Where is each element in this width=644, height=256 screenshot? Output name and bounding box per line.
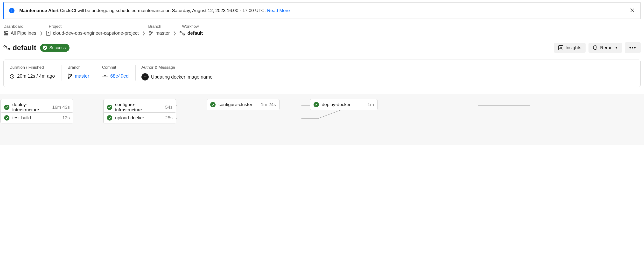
breadcrumb-label-dashboard: Dashboard [4, 24, 49, 29]
more-icon: ••• [629, 45, 636, 51]
svg-rect-14 [560, 48, 560, 49]
chevron-right-icon: ❯ [141, 31, 146, 35]
svg-rect-4 [46, 31, 50, 35]
summary-branch: Branch master [68, 65, 96, 80]
alert-text: Maintenance Alert CircleCI will be under… [19, 8, 629, 13]
summary-commit-value[interactable]: 68e49ed [110, 73, 129, 79]
rerun-button[interactable]: Rerun ▼ [588, 43, 622, 53]
info-icon: i [9, 8, 14, 13]
breadcrumb-project[interactable]: cloud-dev-ops-engineer-capstone-project [46, 30, 139, 36]
svg-rect-3 [5, 33, 8, 35]
status-label: Success [49, 45, 66, 50]
svg-point-10 [4, 45, 6, 47]
svg-rect-15 [560, 47, 561, 49]
svg-rect-2 [4, 33, 5, 35]
workflow-name: default [12, 44, 36, 52]
bar-chart-icon [558, 45, 563, 50]
page-title: default [4, 44, 36, 52]
breadcrumb-pipelines[interactable]: All Pipelines [4, 30, 36, 36]
breadcrumb-pipelines-label: All Pipelines [10, 30, 36, 36]
summary-author: Author & Message Updating docker image n… [142, 65, 220, 80]
chevron-right-icon: ❯ [38, 31, 44, 35]
check-circle-icon [314, 102, 319, 107]
check-circle-icon [107, 115, 112, 121]
job-name: configure-infrastructure [115, 102, 160, 113]
svg-point-20 [71, 74, 72, 75]
svg-point-9 [183, 34, 185, 35]
job-duration: 16m 43s [52, 105, 70, 110]
job-duration: 1m 24s [261, 102, 276, 107]
job-name: test-build [12, 115, 57, 121]
summary-author-message: Updating docker image name [151, 74, 213, 80]
breadcrumb-label-branch: Branch [148, 24, 182, 29]
breadcrumb-labels: Dashboard Project Branch Workflow [0, 24, 644, 29]
job-test-build[interactable]: test-build 13s [0, 112, 74, 123]
svg-rect-0 [4, 31, 6, 33]
svg-point-6 [149, 34, 150, 35]
job-duration: 13s [62, 115, 70, 121]
status-badge: Success [40, 44, 70, 52]
workflow-icon [180, 31, 185, 35]
summary-duration-label: Duration / Finished [10, 65, 55, 70]
job-name: deploy-docker [322, 102, 362, 107]
summary-duration: Duration / Finished 20m 12s / 4m ago [10, 65, 62, 80]
commit-icon [102, 75, 108, 78]
job-configure-cluster[interactable]: configure-cluster 1m 24s [206, 99, 280, 110]
workflow-graph[interactable]: deploy-infrastructure 16m 43s test-build… [0, 94, 644, 145]
breadcrumb-branch[interactable]: master [149, 30, 170, 36]
refresh-icon [593, 45, 598, 50]
check-circle-icon [210, 102, 216, 107]
job-duration: 25s [165, 115, 172, 121]
more-button[interactable]: ••• [625, 42, 640, 53]
svg-point-18 [68, 74, 70, 75]
close-icon[interactable] [629, 6, 636, 15]
dashboard-icon [4, 31, 8, 36]
svg-point-11 [8, 48, 10, 50]
insights-label: Insights [566, 45, 581, 50]
avatar [142, 73, 149, 80]
check-circle-icon [4, 115, 10, 121]
maintenance-alert: i Maintenance Alert CircleCI will be und… [4, 2, 640, 19]
check-circle-icon [107, 105, 112, 110]
job-deploy-docker[interactable]: deploy-docker 1m [310, 99, 378, 110]
job-upload-docker[interactable]: upload-docker 25s [103, 112, 176, 123]
svg-point-8 [180, 31, 181, 33]
summary-branch-value[interactable]: master [75, 73, 89, 79]
summary-author-label: Author & Message [142, 65, 213, 70]
alert-readmore-link[interactable]: Read More [267, 8, 290, 13]
summary-duration-value: 20m 12s / 4m ago [17, 73, 55, 79]
svg-point-12 [43, 45, 47, 50]
svg-point-21 [104, 75, 106, 77]
rerun-label: Rerun [600, 45, 612, 50]
breadcrumb-workflow: default [180, 30, 203, 36]
job-name: deploy-infrastructure [12, 102, 47, 113]
svg-rect-1 [6, 31, 8, 32]
caret-down-icon: ▼ [615, 46, 618, 49]
job-duration: 1m [368, 102, 374, 107]
breadcrumb-project-label: cloud-dev-ops-engineer-capstone-project [53, 30, 139, 36]
clock-icon [10, 73, 15, 79]
summary-branch-label: Branch [68, 65, 89, 70]
job-duration: 54s [165, 105, 172, 110]
branch-icon [68, 73, 72, 79]
summary-card: Duration / Finished 20m 12s / 4m ago Bra… [4, 59, 640, 87]
workflow-icon [4, 45, 10, 50]
breadcrumb-label-project: Project [49, 24, 148, 29]
alert-body: CircleCI will be undergoing scheduled ma… [59, 8, 267, 13]
check-circle-icon [42, 45, 47, 50]
breadcrumb-workflow-label: default [187, 30, 203, 36]
chevron-right-icon: ❯ [172, 31, 177, 35]
bookmark-icon [46, 31, 50, 36]
summary-commit: Commit 68e49ed [102, 65, 136, 80]
breadcrumb-branch-label: master [156, 30, 170, 36]
insights-button[interactable]: Insights [554, 43, 586, 53]
alert-title: Maintenance Alert [19, 8, 59, 13]
svg-point-5 [149, 31, 150, 32]
job-name: upload-docker [115, 115, 160, 121]
breadcrumb: All Pipelines ❯ cloud-dev-ops-engineer-c… [0, 30, 644, 36]
svg-rect-16 [562, 47, 562, 49]
title-row: default Success Insights Rerun ▼ ••• [0, 42, 644, 53]
summary-commit-label: Commit [102, 65, 129, 70]
breadcrumb-label-workflow: Workflow [182, 24, 640, 29]
check-circle-icon [4, 105, 10, 110]
